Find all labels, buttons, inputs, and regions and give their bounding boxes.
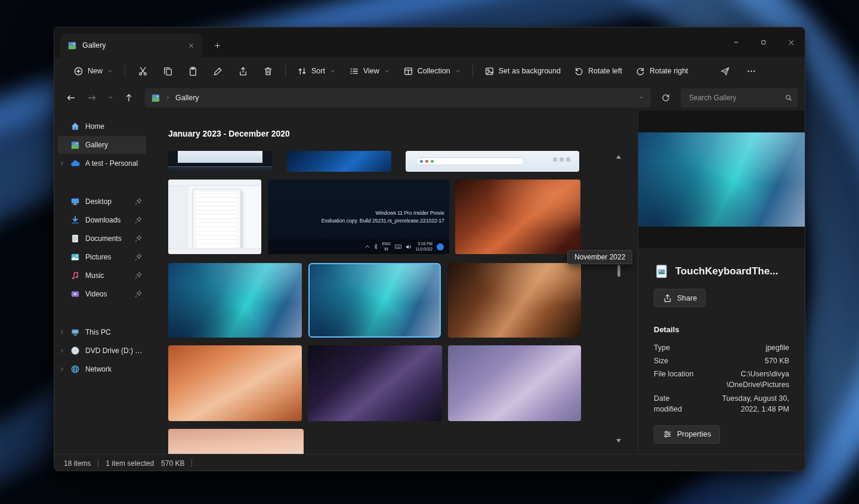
recent-locations-button[interactable] xyxy=(103,88,118,107)
red-dot-icon xyxy=(425,160,428,163)
sort-button[interactable]: Sort xyxy=(291,61,342,81)
thumbnail-copper-wave[interactable] xyxy=(448,263,581,338)
rotate-right-button[interactable]: Rotate right xyxy=(629,61,694,81)
bluetooth-icon xyxy=(374,244,378,249)
mini-taskbar: ENG IN 5:03 PM 11/2/2022 xyxy=(268,239,449,254)
thumbnail-teal-wave-selected[interactable] xyxy=(308,263,441,338)
sidebar-item-desktop[interactable]: Desktop xyxy=(58,193,146,211)
forward-button[interactable] xyxy=(82,88,101,107)
close-button[interactable] xyxy=(777,27,805,57)
sidebar-item-pictures[interactable]: Pictures xyxy=(58,248,146,266)
chevron-right-icon[interactable] xyxy=(58,160,66,167)
sidebar-item-home[interactable]: Home xyxy=(58,118,146,135)
chevron-right-icon[interactable] xyxy=(58,347,66,354)
detail-row-file-location: File location C:\Users\divya \OneDrive\P… xyxy=(654,369,789,390)
search-pill xyxy=(416,157,523,165)
speaker-icon xyxy=(406,245,412,249)
delete-button[interactable] xyxy=(256,61,280,81)
sidebar-item-onedrive[interactable]: A test - Personal xyxy=(58,154,146,172)
maximize-button[interactable] xyxy=(750,27,777,57)
statusbar-divider xyxy=(191,459,192,467)
chevron-down-icon xyxy=(107,94,114,101)
thumbnail-desktop-watermark-screenshot[interactable]: Windows 11 Pro Insider Previe Evaluation… xyxy=(268,180,449,254)
back-button[interactable] xyxy=(61,88,81,107)
mini-explorer-sidebar xyxy=(168,186,189,248)
paste-button[interactable] xyxy=(181,61,205,81)
set-as-background-button[interactable]: Set as background xyxy=(478,61,567,81)
cut-button[interactable] xyxy=(131,61,155,81)
sidebar-item-network[interactable]: Network xyxy=(58,360,146,378)
chevron-right-icon[interactable] xyxy=(58,329,66,336)
thumbnail-orange-wave[interactable] xyxy=(455,180,580,254)
statusbar-selection: 1 item selected xyxy=(106,459,154,468)
detail-row-size: Size 570 KB xyxy=(654,355,789,366)
gallery-location-icon xyxy=(151,93,160,103)
toolbar-divider xyxy=(125,64,125,78)
minimize-button[interactable] xyxy=(722,27,750,57)
chevron-down-icon xyxy=(107,68,113,75)
statusbar-item-count: 18 items xyxy=(64,459,91,468)
scrollbar-up-arrow[interactable] xyxy=(616,155,621,159)
tray-caret-icon xyxy=(365,245,370,248)
chevron-right-icon[interactable] xyxy=(58,366,66,373)
collection-icon xyxy=(403,66,413,76)
tab-close-button[interactable] xyxy=(184,39,197,52)
tab-gallery[interactable]: Gallery xyxy=(60,33,202,57)
thumbnail-teal-wave[interactable] xyxy=(168,263,302,338)
thumbnail-purple-wave[interactable] xyxy=(308,345,442,421)
breadcrumb[interactable]: Gallery xyxy=(145,88,651,107)
copy-icon xyxy=(163,66,173,76)
navigation-pane: Home Gallery A test - Personal Desktop xyxy=(54,111,150,454)
blue-dot-icon xyxy=(420,160,423,163)
scroll-date-tooltip: November 2022 xyxy=(567,250,632,264)
thumbnail-peach-wave[interactable] xyxy=(168,345,302,421)
address-dropdown-icon[interactable] xyxy=(638,94,645,101)
sort-icon xyxy=(297,66,307,76)
search-input[interactable] xyxy=(688,93,784,103)
sidebar-item-dvd-drive[interactable]: DVD Drive (D:) CCC xyxy=(58,342,146,360)
scrollbar-thumb[interactable] xyxy=(617,265,620,277)
thumbnail-lavender-wave[interactable] xyxy=(448,345,581,421)
gallery-icon xyxy=(70,140,80,150)
breadcrumb-item-gallery[interactable]: Gallery xyxy=(175,94,199,102)
sidebar-item-gallery[interactable]: Gallery xyxy=(58,136,146,154)
send-icon xyxy=(720,66,730,76)
thumbnail-search-ui-screenshot[interactable] xyxy=(406,151,579,172)
detail-row-date-modified: Date modified Tuesday, August 30, 2022, … xyxy=(654,393,789,415)
window-controls xyxy=(722,27,805,57)
thumbnail-blue-abstract[interactable] xyxy=(287,151,391,172)
green-dot-icon xyxy=(431,160,434,163)
sidebar-item-music[interactable]: Music xyxy=(58,267,146,285)
search-icon[interactable] xyxy=(784,94,793,102)
statusbar-selection-size: 570 KB xyxy=(161,459,184,468)
thumbnail-laptop-photo[interactable] xyxy=(168,151,272,172)
collection-button[interactable]: Collection xyxy=(397,61,467,81)
send-button[interactable] xyxy=(713,61,737,81)
view-button[interactable]: View xyxy=(343,61,396,81)
scrollbar-down-arrow[interactable] xyxy=(616,439,621,443)
mini-context-menu xyxy=(193,189,241,251)
share-button[interactable]: Share xyxy=(654,289,706,307)
sidebar-item-videos[interactable]: Videos xyxy=(58,285,146,303)
rotate-left-button[interactable]: Rotate left xyxy=(568,61,628,81)
sidebar-item-documents[interactable]: Documents xyxy=(58,230,146,248)
more-options-button[interactable] xyxy=(739,61,763,81)
sidebar-item-this-pc[interactable]: This PC xyxy=(58,323,146,341)
thumbnail-pink-wave[interactable] xyxy=(168,429,304,454)
copy-button[interactable] xyxy=(156,61,180,81)
rename-button[interactable] xyxy=(206,61,230,81)
share-toolbar-button[interactable] xyxy=(231,61,255,81)
properties-button[interactable]: Properties xyxy=(654,425,720,444)
sidebar-item-downloads[interactable]: Downloads xyxy=(58,211,146,229)
refresh-button[interactable] xyxy=(656,88,675,107)
search-box[interactable] xyxy=(681,88,798,107)
up-button[interactable] xyxy=(119,88,138,107)
sidebar-group-gap xyxy=(54,304,150,323)
thumbnail-file-explorer-screenshot[interactable] xyxy=(168,180,261,254)
tray-language-indicator: ENG IN xyxy=(382,242,390,251)
properties-sliders-icon xyxy=(663,429,672,439)
preview-image xyxy=(638,132,805,227)
new-button[interactable]: New xyxy=(67,61,119,81)
new-tab-button[interactable] xyxy=(208,36,226,54)
downloads-icon xyxy=(70,215,80,225)
